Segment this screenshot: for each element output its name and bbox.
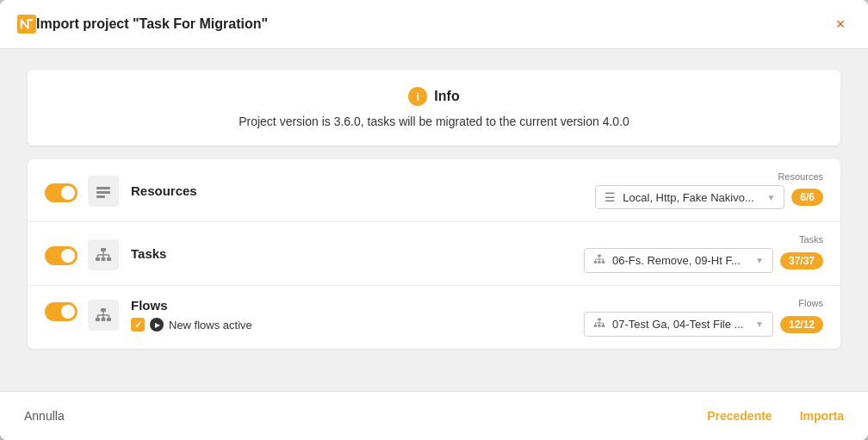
close-button[interactable]: × — [830, 14, 851, 34]
info-message: Project version is 3.6.0, tasks will be … — [48, 115, 820, 128]
tasks-icon — [88, 239, 119, 270]
svg-rect-31 — [598, 318, 601, 320]
resources-label: Resources — [131, 183, 595, 198]
resources-toggle-wrap — [45, 181, 78, 202]
flows-dropdown[interactable]: 07-Test Ga, 04-Test File ... ▼ — [584, 312, 773, 337]
dialog-title: Import project "Task For Migration" — [36, 16, 830, 32]
dialog-body: i Info Project version is 3.6.0, tasks w… — [0, 49, 868, 391]
flows-icon — [88, 300, 119, 331]
svg-rect-32 — [594, 325, 598, 327]
flows-badge: 12/12 — [780, 316, 823, 333]
flows-label-wrap: Flows New flows active — [131, 298, 252, 332]
tasks-toggle[interactable] — [45, 246, 78, 265]
info-title: Info — [434, 89, 459, 104]
cancel-button[interactable]: Annulla — [21, 404, 68, 428]
flows-right-label: Flows — [798, 298, 823, 308]
tasks-dropdown-text: 06-Fs. Remove, 09-Ht F... — [612, 254, 748, 267]
nakivo-logo-icon — [17, 15, 36, 34]
tasks-dropdown-arrow: ▼ — [755, 256, 764, 265]
svg-rect-4 — [101, 248, 106, 251]
resources-dropdown-text: Local, Http, Fake Nakivo... — [623, 191, 760, 204]
tasks-label: Tasks — [131, 246, 584, 261]
svg-rect-22 — [101, 308, 106, 312]
tasks-dropdown-row: 06-Fs. Remove, 09-Ht F... ▼ 37/37 — [584, 248, 823, 273]
flows-icon-svg — [95, 307, 112, 324]
flows-toggle[interactable] — [45, 302, 78, 321]
svg-rect-6 — [102, 257, 106, 261]
flows-dropdown-arrow: ▼ — [755, 319, 764, 329]
svg-rect-24 — [102, 318, 106, 321]
info-header: i Info — [48, 87, 820, 106]
tasks-row: Tasks Tasks — [28, 222, 840, 286]
flows-right: Flows — [584, 298, 823, 337]
dialog-header: Import project "Task For Migration" × — [0, 0, 868, 49]
resources-row: Resources Resources ☰ Local, Http, Fake … — [28, 159, 840, 222]
resources-icon-svg — [95, 183, 112, 200]
tasks-right: Tasks — [584, 234, 823, 273]
resources-dropdown-icon: ☰ — [604, 190, 616, 204]
svg-rect-3 — [96, 195, 105, 198]
resources-toggle[interactable] — [45, 183, 78, 202]
resources-right-label: Resources — [778, 171, 823, 182]
svg-rect-25 — [107, 318, 111, 321]
new-flows-active-checkbox[interactable] — [131, 318, 145, 332]
new-flows-active-label: New flows active — [169, 319, 252, 332]
dialog-footer: Annulla Precedente Importa — [0, 391, 868, 440]
tasks-icon-svg — [95, 246, 112, 263]
svg-rect-16 — [602, 261, 605, 263]
back-button[interactable]: Precedente — [704, 404, 775, 428]
flows-main: Flows New flows active — [131, 298, 584, 332]
svg-rect-5 — [96, 257, 100, 261]
footer-right: Precedente Importa — [704, 404, 847, 428]
svg-rect-7 — [107, 257, 111, 261]
info-box: i Info Project version is 3.6.0, tasks w… — [28, 70, 840, 146]
svg-rect-23 — [96, 318, 100, 321]
info-icon: i — [408, 87, 427, 106]
import-button[interactable]: Importa — [797, 404, 847, 428]
flows-label: Flows — [131, 298, 252, 313]
sections-list: Resources Resources ☰ Local, Http, Fake … — [28, 159, 840, 349]
resources-dropdown-arrow: ▼ — [766, 193, 775, 202]
tasks-dropdown[interactable]: 06-Fs. Remove, 09-Ht F... ▼ — [584, 248, 773, 273]
tasks-dropdown-icon — [593, 253, 605, 268]
tasks-badge: 37/37 — [780, 252, 823, 270]
tasks-right-label: Tasks — [799, 234, 823, 245]
new-flows-active-row: New flows active — [131, 318, 252, 332]
resources-badge: 6/6 — [791, 189, 823, 206]
svg-rect-33 — [598, 325, 601, 327]
svg-rect-14 — [594, 261, 598, 263]
import-dialog: Import project "Task For Migration" × i … — [0, 0, 868, 440]
svg-rect-2 — [96, 191, 110, 194]
resources-right: Resources ☰ Local, Http, Fake Nakivo... … — [595, 171, 823, 209]
svg-rect-15 — [598, 261, 601, 263]
flows-row: Flows New flows active Flows — [28, 286, 840, 349]
flows-dropdown-text: 07-Test Ga, 04-Test File ... — [612, 318, 748, 331]
resources-icon — [88, 176, 119, 207]
svg-rect-1 — [96, 187, 110, 189]
svg-rect-0 — [17, 15, 36, 34]
flows-toggle-wrap — [45, 300, 78, 321]
resources-dropdown[interactable]: ☰ Local, Http, Fake Nakivo... ▼ — [595, 185, 784, 209]
flows-dropdown-icon — [593, 317, 605, 332]
play-icon — [150, 318, 164, 332]
tasks-toggle-wrap — [45, 244, 78, 265]
svg-rect-34 — [602, 325, 605, 327]
resources-dropdown-row: ☰ Local, Http, Fake Nakivo... ▼ 6/6 — [595, 185, 823, 209]
svg-rect-13 — [598, 254, 601, 257]
flows-dropdown-row: 07-Test Ga, 04-Test File ... ▼ 12/12 — [584, 312, 823, 337]
